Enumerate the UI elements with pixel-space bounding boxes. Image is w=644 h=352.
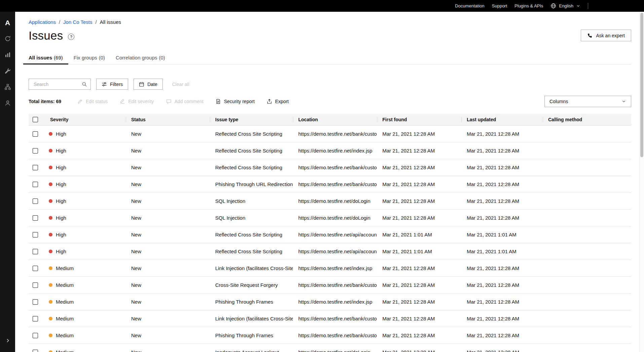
row-checkbox[interactable] <box>33 333 38 338</box>
tab-count: (69) <box>54 55 63 60</box>
table-header-row: Severity Status Issue type Location Firs… <box>29 114 631 126</box>
table-row[interactable]: Medium New Inadequate Account Lockout ht… <box>29 344 631 352</box>
table-row[interactable]: High New Phishing Through URL Redirectio… <box>29 176 631 193</box>
severity-dot <box>49 182 52 186</box>
status-cell: New <box>126 349 210 352</box>
ask-an-expert-button[interactable]: Ask an expert <box>581 30 631 41</box>
location-cell: https://demo.testfire.net/bank/custor <box>293 131 377 137</box>
language-selector[interactable]: English <box>551 3 580 9</box>
breadcrumb-application-name[interactable]: Jon Co Tests <box>63 19 92 25</box>
table-row[interactable]: Medium New Phishing Through Frames https… <box>29 327 631 344</box>
first-found-cell: Mar 21, 2021 12:28 AM <box>377 215 461 221</box>
bulk-actions: Edit status Edit severity Add comment <box>77 99 289 104</box>
breadcrumb-separator: / <box>59 19 60 25</box>
table-row[interactable]: High New SQL Injection https://demo.test… <box>29 193 631 210</box>
row-checkbox[interactable] <box>33 299 38 305</box>
topbar-link-support[interactable]: Support <box>492 3 507 8</box>
location-cell: https://demo.testfire.net/api/account <box>293 249 377 254</box>
date-button[interactable]: Date <box>134 79 163 90</box>
sitemap-icon <box>4 84 11 90</box>
row-checkbox[interactable] <box>33 165 38 170</box>
security-report-button[interactable]: Security report <box>216 99 255 104</box>
tab-label: Fix groups <box>74 55 97 60</box>
row-checkbox-cell <box>29 210 45 226</box>
topbar-link-plugins-apis[interactable]: Plugins & APIs <box>515 3 543 8</box>
edit-severity-button[interactable]: Edit severity <box>120 99 154 104</box>
row-checkbox[interactable] <box>33 350 38 352</box>
row-checkbox[interactable] <box>33 199 38 204</box>
breadcrumb-applications[interactable]: Applications <box>29 19 56 25</box>
severity-cell: Medium <box>45 265 126 271</box>
chevron-right-icon <box>5 338 10 343</box>
tools-icon <box>4 68 11 74</box>
filters-button[interactable]: Filters <box>96 79 128 90</box>
issue-type-cell: Reflected Cross Site Scripting <box>210 249 293 254</box>
row-checkbox[interactable] <box>33 215 38 221</box>
tab-fix-groups[interactable]: Fix groups(0) <box>68 51 110 64</box>
header-last-updated: Last updated <box>461 114 543 125</box>
table-row[interactable]: Medium New Cross-Site Request Forgery ht… <box>29 277 631 294</box>
sidebar-item-account[interactable] <box>0 96 15 111</box>
severity-label: High <box>56 181 66 187</box>
vertical-scrollbar[interactable] <box>639 12 644 352</box>
main-content: Applications / Jon Co Tests / All issues… <box>15 12 639 352</box>
row-checkbox[interactable] <box>33 249 38 254</box>
severity-cell: Medium <box>45 299 126 305</box>
location-cell: https://demo.testfire.net/doLogin <box>293 215 377 221</box>
edit-severity-label: Edit severity <box>128 99 154 104</box>
last-updated-cell: Mar 21, 2021 12:28 AM <box>461 148 543 153</box>
table-row[interactable]: High New Reflected Cross Site Scripting … <box>29 226 631 243</box>
row-checkbox[interactable] <box>33 266 38 271</box>
filter-icon <box>102 82 107 87</box>
issue-type-cell: Link Injection (facilitates Cross-Site R <box>210 265 293 271</box>
edit-status-label: Edit status <box>86 99 108 104</box>
edit-severity-icon <box>120 99 125 104</box>
severity-cell: High <box>45 181 126 187</box>
issue-type-cell: Reflected Cross Site Scripting <box>210 165 293 170</box>
issues-table: Severity Status Issue type Location Firs… <box>29 114 631 352</box>
clear-all-button[interactable]: Clear all <box>172 82 189 87</box>
help-icon[interactable]: ? <box>68 34 74 40</box>
topbar-link-documentation[interactable]: Documentation <box>455 3 484 8</box>
first-found-cell: Mar 21, 2021 12:28 AM <box>377 316 461 321</box>
sidebar-item-organization[interactable] <box>0 80 15 94</box>
table-row[interactable]: High New Reflected Cross Site Scripting … <box>29 142 631 159</box>
sidebar-item-dashboard[interactable] <box>0 47 15 62</box>
table-row[interactable]: High New Reflected Cross Site Scripting … <box>29 243 631 260</box>
row-checkbox[interactable] <box>33 148 38 153</box>
location-cell: https://demo.testfire.net/bank/custor <box>293 165 377 170</box>
row-checkbox[interactable] <box>33 282 38 288</box>
row-checkbox[interactable] <box>33 131 38 137</box>
columns-dropdown[interactable]: Columns <box>544 96 631 107</box>
table-row[interactable]: High New SQL Injection https://demo.test… <box>29 210 631 226</box>
table-row[interactable]: Medium New Link Injection (facilitates C… <box>29 260 631 277</box>
scrollbar-thumb[interactable] <box>640 13 643 157</box>
table-row[interactable]: Medium New Link Injection (facilitates C… <box>29 310 631 327</box>
select-all-checkbox[interactable] <box>33 117 38 122</box>
table-row[interactable]: Medium New Phishing Through Frames https… <box>29 294 631 310</box>
expand-sidebar-button[interactable] <box>0 333 15 348</box>
search-icon[interactable] <box>82 82 87 87</box>
row-checkbox[interactable] <box>33 232 38 237</box>
issue-type-cell: SQL Injection <box>210 215 293 221</box>
table-row[interactable]: High New Reflected Cross Site Scripting … <box>29 159 631 176</box>
export-button[interactable]: Export <box>267 99 289 104</box>
add-comment-button[interactable]: Add comment <box>166 99 203 104</box>
status-cell: New <box>126 148 210 153</box>
sidebar-item-scans[interactable] <box>0 31 15 46</box>
row-checkbox[interactable] <box>33 316 38 321</box>
severity-dot <box>49 317 52 320</box>
edit-status-button[interactable]: Edit status <box>77 99 108 104</box>
row-checkbox[interactable] <box>33 182 38 187</box>
sidebar-item-home[interactable]: A <box>0 15 15 30</box>
left-nav: A <box>0 12 15 352</box>
first-found-cell: Mar 21, 2021 12:28 AM <box>377 265 461 271</box>
first-found-cell: Mar 21, 2021 12:28 AM <box>377 349 461 352</box>
tab-correlation-groups[interactable]: Correlation groups(0) <box>110 51 171 64</box>
table-row[interactable]: High New Reflected Cross Site Scripting … <box>29 126 631 142</box>
tab-all-issues[interactable]: All issues(69) <box>23 51 68 64</box>
table-body: High New Reflected Cross Site Scripting … <box>29 126 631 352</box>
sidebar-item-tools[interactable] <box>0 63 15 78</box>
header-first-found: First found <box>377 114 461 125</box>
search-input[interactable] <box>33 81 82 87</box>
